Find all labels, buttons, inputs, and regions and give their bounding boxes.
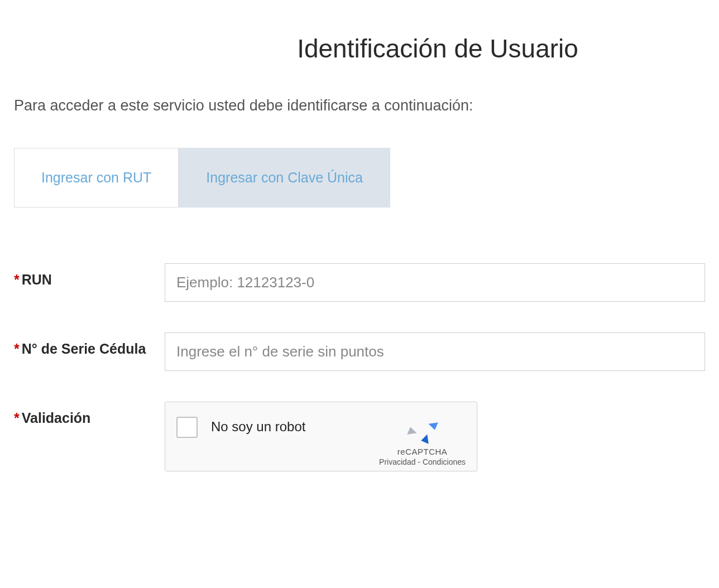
run-input[interactable] (165, 263, 705, 302)
run-label-text: RUN (22, 272, 52, 287)
recaptcha-terms-link[interactable]: Condiciones (423, 457, 466, 466)
recaptcha-text: No soy un robot (211, 412, 368, 435)
recaptcha-links: Privacidad - Condiciones (379, 457, 466, 466)
recaptcha-checkbox[interactable] (176, 417, 198, 438)
required-marker: * (14, 341, 20, 356)
recaptcha-widget: No soy un robot reCAPTCHA Privacidad - C… (165, 402, 477, 471)
form-row-validacion: *Validación No soy un robot reCAPTCHA Pr… (14, 402, 705, 471)
recaptcha-separator: - (415, 457, 422, 466)
recaptcha-branding: reCAPTCHA Privacidad - Condiciones (379, 412, 466, 466)
intro-text: Para acceder a este servicio usted debe … (14, 97, 705, 114)
required-marker: * (14, 410, 20, 426)
recaptcha-brand-text: reCAPTCHA (397, 447, 448, 456)
validacion-label-text: Validación (22, 410, 91, 426)
form-row-serie: *N° de Serie Cédula (14, 332, 705, 371)
recaptcha-privacy-link[interactable]: Privacidad (379, 457, 415, 466)
tab-ingresar-rut[interactable]: Ingresar con RUT (14, 148, 179, 208)
page-title: Identificación de Usuario (14, 33, 705, 64)
serie-label-text: N° de Serie Cédula (22, 341, 146, 356)
run-label: *RUN (14, 263, 165, 290)
validacion-label: *Validación (14, 402, 165, 428)
serie-label: *N° de Serie Cédula (14, 332, 165, 359)
tabs-container: Ingresar con RUT Ingresar con Clave Únic… (14, 148, 705, 208)
serie-input[interactable] (165, 332, 705, 371)
tab-ingresar-clave-unica[interactable]: Ingresar con Clave Única (179, 148, 390, 208)
required-marker: * (14, 272, 20, 287)
form-row-run: *RUN (14, 263, 705, 302)
recaptcha-logo-icon (406, 412, 439, 445)
